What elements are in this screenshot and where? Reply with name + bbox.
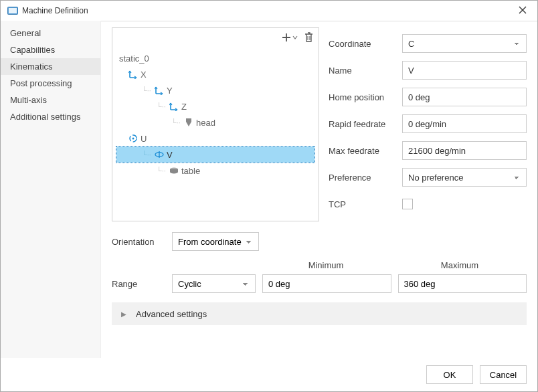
range-label: Range <box>112 279 165 289</box>
sidebar-item-general[interactable]: General <box>1 25 100 41</box>
add-dropdown-icon[interactable] <box>292 35 298 40</box>
chevron-right-icon: ▶ <box>121 310 126 318</box>
orientation-select[interactable]: From coordinate <box>172 232 259 251</box>
preference-select[interactable]: No preference <box>402 168 527 187</box>
cancel-button[interactable]: Cancel <box>480 365 527 384</box>
range-max-header: Maximum <box>393 260 527 270</box>
sidebar-item-label: Kinematics <box>10 62 53 72</box>
coordinate-select[interactable]: C <box>402 34 527 53</box>
sidebar-item-label: Multi-axis <box>10 95 47 105</box>
sidebar-item-label: Capabilities <box>10 45 55 55</box>
sidebar-item-additional[interactable]: Additional settings <box>1 108 100 125</box>
app-icon <box>7 7 18 15</box>
range-type-select[interactable]: Cyclic <box>172 274 256 293</box>
kinematics-tree: static_0 X └·· Y └·· Z <box>112 27 319 221</box>
tree-node-x[interactable]: X <box>116 66 315 82</box>
coordinate-label: Coordinate <box>329 39 402 49</box>
orientation-label: Orientation <box>112 237 172 247</box>
tree-node-z[interactable]: └·· Z <box>116 98 315 114</box>
rapid-label: Rapid feedrate <box>329 119 402 129</box>
tree-node-label: Z <box>181 102 187 112</box>
table-icon <box>169 166 179 175</box>
sidebar-item-kinematics[interactable]: Kinematics <box>1 58 100 75</box>
maxfeed-input[interactable] <box>402 141 527 160</box>
rotary-icon <box>128 134 138 143</box>
axis-icon <box>169 102 179 111</box>
advanced-settings-toggle[interactable]: ▶ Advanced settings <box>112 302 527 325</box>
ok-button[interactable]: OK <box>426 365 473 384</box>
dialog-footer: OK Cancel <box>1 358 537 391</box>
maxfeed-label: Max feedrate <box>329 146 402 156</box>
tree-node-y[interactable]: └·· Y <box>116 82 315 98</box>
sidebar-item-label: Post processing <box>10 78 72 88</box>
properties-form: Coordinate C Name Home position Rapid fe… <box>329 27 527 221</box>
axis-icon <box>128 70 138 79</box>
home-label: Home position <box>329 92 402 102</box>
tree-node-label: table <box>181 166 200 176</box>
preference-label: Preference <box>329 173 402 183</box>
tree-node-v[interactable]: └·· V <box>116 146 315 163</box>
head-icon <box>184 118 193 127</box>
svg-point-3 <box>132 138 134 140</box>
tree-root[interactable]: static_0 <box>116 52 315 66</box>
tree-node-u[interactable]: U <box>116 130 315 146</box>
sidebar-item-label: Additional settings <box>10 112 81 122</box>
tree-node-head[interactable]: └·· head <box>116 114 315 130</box>
sidebar-item-capabilities[interactable]: Capabilities <box>1 41 100 58</box>
title-bar: Machine Definition <box>1 1 537 21</box>
tree-node-table[interactable]: └·· table <box>116 163 315 179</box>
tree-node-label: X <box>141 70 147 80</box>
tcp-checkbox[interactable] <box>402 199 413 209</box>
advanced-label: Advanced settings <box>136 309 207 319</box>
tcp-label: TCP <box>329 199 402 209</box>
tree-node-label: U <box>141 134 147 144</box>
axis-icon <box>155 86 164 95</box>
range-min-input[interactable] <box>262 274 391 293</box>
add-button[interactable] <box>282 33 291 42</box>
main-panel: static_0 X └·· Y └·· Z <box>101 21 537 358</box>
close-button[interactable] <box>515 5 531 17</box>
name-input[interactable] <box>402 61 527 80</box>
tree-node-label: V <box>167 150 173 160</box>
svg-rect-1 <box>9 8 17 13</box>
rapid-input[interactable] <box>402 114 527 133</box>
sidebar-item-postprocessing[interactable]: Post processing <box>1 75 100 92</box>
range-min-header: Minimum <box>259 260 393 270</box>
rotary-axis-icon <box>155 150 164 159</box>
range-max-input[interactable] <box>398 274 527 293</box>
window-title: Machine Definition <box>22 6 515 15</box>
sidebar: General Capabilities Kinematics Post pro… <box>1 21 101 358</box>
name-label: Name <box>329 66 402 76</box>
tree-node-label: head <box>196 118 215 128</box>
sidebar-item-label: General <box>10 28 41 38</box>
delete-button[interactable] <box>304 32 313 42</box>
tree-node-label: Y <box>167 86 173 96</box>
sidebar-item-multiaxis[interactable]: Multi-axis <box>1 92 100 108</box>
home-input[interactable] <box>402 88 527 106</box>
